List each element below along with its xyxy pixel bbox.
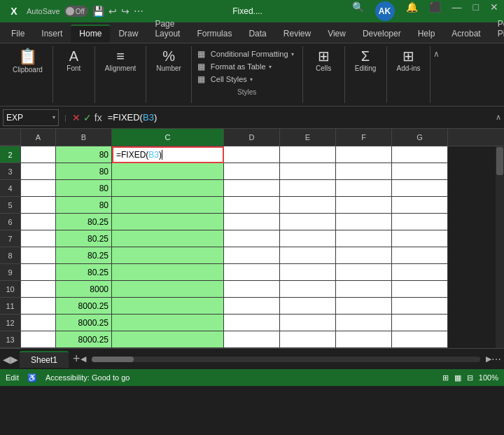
row-header-13[interactable]: 13 (0, 331, 21, 348)
cell-b9[interactable]: 80.25 (56, 264, 112, 281)
cell-g2[interactable] (392, 146, 448, 163)
horizontal-scrollbar[interactable] (92, 357, 480, 362)
formula-confirm-icon[interactable]: ✓ (83, 112, 92, 123)
col-header-g[interactable]: G (392, 129, 448, 146)
formula-cancel-icon[interactable]: ✕ (72, 112, 80, 123)
cell-g12[interactable] (392, 315, 448, 331)
cell-b2[interactable]: 80 (56, 146, 112, 163)
cell-f10[interactable] (336, 281, 392, 298)
cell-g13[interactable] (392, 331, 448, 348)
cell-a6[interactable] (21, 214, 56, 230)
redo-icon[interactable]: ↪ (121, 6, 130, 17)
vertical-scrollbar[interactable] (496, 146, 504, 348)
tab-view[interactable]: View (319, 26, 354, 43)
page-break-icon[interactable]: ⊟ (467, 373, 473, 382)
cell-b3[interactable]: 80 (56, 163, 112, 180)
horizontal-scrollbar-thumb[interactable] (92, 357, 134, 362)
cell-d11[interactable] (224, 298, 280, 315)
formula-content[interactable]: =FIXED(B3) (105, 112, 493, 123)
cell-f12[interactable] (336, 315, 392, 331)
tab-power-pivot[interactable]: Power Pivot (489, 16, 504, 43)
cell-d4[interactable] (224, 180, 280, 197)
ribbon-display-icon[interactable]: ⬛ (429, 1, 441, 21)
cell-c12[interactable] (112, 315, 224, 331)
scrollbar-right-button[interactable]: ▶ (486, 354, 491, 364)
cell-d12[interactable] (224, 315, 280, 331)
alignment-button[interactable]: ≡ Alignment (101, 46, 140, 75)
cell-c2[interactable]: =FIXED(B3) (112, 146, 224, 163)
row-header-3[interactable]: 3 (0, 163, 21, 180)
cell-c4[interactable] (112, 180, 224, 197)
user-avatar[interactable]: AK (375, 1, 395, 21)
tab-page-layout[interactable]: Page Layout (146, 16, 188, 43)
row-header-7[interactable]: 7 (0, 230, 21, 247)
cell-e5[interactable] (280, 197, 336, 214)
cell-f4[interactable] (336, 180, 392, 197)
more-commands-icon[interactable]: ⋯ (134, 6, 144, 17)
row-header-11[interactable]: 11 (0, 298, 21, 315)
cell-c13[interactable] (112, 331, 224, 348)
format-as-table-button[interactable]: Format as Table ▾ (208, 62, 274, 71)
cell-f11[interactable] (336, 298, 392, 315)
cell-b6[interactable]: 80.25 (56, 214, 112, 230)
cell-g10[interactable] (392, 281, 448, 298)
tab-acrobat[interactable]: Acrobat (443, 26, 489, 43)
tab-help[interactable]: Help (410, 26, 444, 43)
editing-button[interactable]: Σ Editing (351, 46, 381, 75)
conditional-formatting-button[interactable]: Conditional Formatting ▾ (208, 49, 297, 59)
cell-b4[interactable]: 80 (56, 180, 112, 197)
cell-c6[interactable] (112, 214, 224, 230)
cell-b13[interactable]: 8000.25 (56, 331, 112, 348)
search-icon[interactable]: 🔍 (352, 1, 364, 21)
cell-d5[interactable] (224, 197, 280, 214)
cell-f13[interactable] (336, 331, 392, 348)
cell-a3[interactable] (21, 163, 56, 180)
cell-b5[interactable]: 80 (56, 197, 112, 214)
cell-c11[interactable] (112, 298, 224, 315)
tab-file[interactable]: File (3, 26, 33, 43)
cell-c3[interactable] (112, 163, 224, 180)
cell-d3[interactable] (224, 163, 280, 180)
cell-e11[interactable] (280, 298, 336, 315)
cell-styles-button[interactable]: Cell Styles ▾ (208, 74, 255, 84)
cell-c7[interactable] (112, 230, 224, 247)
ribbon-section-collapse[interactable]: ∧ (433, 49, 440, 59)
number-button[interactable]: % Number (152, 46, 186, 75)
cell-b8[interactable]: 80.25 (56, 247, 112, 264)
sheet-nav-left[interactable]: ◀ (3, 354, 10, 365)
col-header-f[interactable]: F (336, 129, 392, 146)
cell-a9[interactable] (21, 264, 56, 281)
cell-g6[interactable] (392, 214, 448, 230)
cell-c5[interactable] (112, 197, 224, 214)
cell-e7[interactable] (280, 230, 336, 247)
clipboard-button[interactable]: 📋 Clipboard (8, 46, 47, 76)
col-header-d[interactable]: D (224, 129, 280, 146)
cell-a4[interactable] (21, 180, 56, 197)
cell-a11[interactable] (21, 298, 56, 315)
addins-button[interactable]: ⊞ Add-ins (393, 46, 425, 75)
cell-c10[interactable] (112, 281, 224, 298)
autosave-toggle[interactable]: Off (64, 6, 88, 17)
cell-e8[interactable] (280, 247, 336, 264)
name-box-dropdown[interactable]: ▾ (52, 114, 55, 120)
row-header-9[interactable]: 9 (0, 264, 21, 281)
cell-e6[interactable] (280, 214, 336, 230)
cell-d2[interactable] (224, 146, 280, 163)
cell-f2[interactable] (336, 146, 392, 163)
cell-b7[interactable]: 80.25 (56, 230, 112, 247)
col-header-e[interactable]: E (280, 129, 336, 146)
row-header-2[interactable]: 2 (0, 146, 21, 163)
save-icon[interactable]: 💾 (92, 6, 104, 17)
notifications-icon[interactable]: 🔔 (406, 1, 418, 21)
row-header-5[interactable]: 5 (0, 197, 21, 214)
cell-b12[interactable]: 8000.25 (56, 315, 112, 331)
scrollbar-left-button[interactable]: ◀ (80, 354, 86, 364)
col-header-b[interactable]: B (56, 129, 112, 146)
row-header-8[interactable]: 8 (0, 247, 21, 264)
cell-d9[interactable] (224, 264, 280, 281)
cell-g4[interactable] (392, 180, 448, 197)
cell-a7[interactable] (21, 230, 56, 247)
row-header-12[interactable]: 12 (0, 315, 21, 331)
cell-a5[interactable] (21, 197, 56, 214)
cell-f8[interactable] (336, 247, 392, 264)
